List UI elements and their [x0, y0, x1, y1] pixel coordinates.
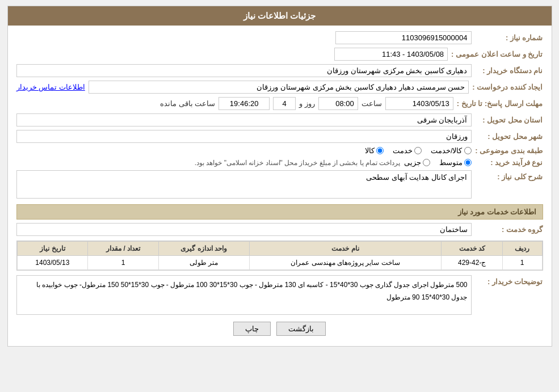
- purchase-type-jazyi-item[interactable]: جزیی: [404, 158, 430, 167]
- announce-row: تاریخ و ساعت اعلان عمومی : 1403/05/08 - …: [16, 48, 543, 61]
- category-row: طبقه بندی موضوعی : کالا خدمت کالا/خدمت: [16, 146, 543, 155]
- city-label: شهر محل تحویل :: [475, 132, 543, 141]
- province-row: استان محل تحویل : آذربایجان شرقی: [16, 113, 543, 127]
- creator-label: ایجاد کننده درخواست :: [472, 83, 543, 91]
- category-kala-item[interactable]: کالا: [365, 146, 384, 155]
- deadline-days: 4: [273, 97, 296, 110]
- service-group-value: ساختمان: [16, 223, 472, 236]
- buyer-org-row: نام دستگاه خریدار : دهیاری کاسبن بخش مرک…: [16, 64, 543, 77]
- city-value: ورزقان: [16, 130, 472, 143]
- services-table-container: ردیف کد خدمت نام خدمت واحد اندازه گیری ت…: [16, 241, 543, 271]
- print-button[interactable]: چاپ: [233, 322, 271, 336]
- purchase-type-motavasset-radio[interactable]: [464, 159, 472, 166]
- cell-row: 1: [502, 256, 542, 270]
- purchase-type-jazyi-radio[interactable]: [423, 159, 430, 166]
- purchase-type-radio-group: جزیی متوسط: [404, 158, 472, 167]
- category-kala-label: کالا: [365, 146, 375, 155]
- main-container: جزئیات اطلاعات نیاز شماره نیاز : 1103096…: [7, 6, 552, 347]
- province-label: استان محل تحویل :: [475, 116, 543, 124]
- contact-link[interactable]: اطلاعات تماس خریدار: [16, 83, 85, 91]
- category-kala-khadamat-radio[interactable]: [464, 147, 472, 154]
- city-row: شهر محل تحویل : ورزقان: [16, 130, 543, 143]
- creator-value: حسن سرمستی دهیار دهیاری کاسبن بخش مرکزی …: [89, 81, 469, 94]
- button-row: بازگشت چاپ: [16, 322, 543, 336]
- back-button[interactable]: بازگشت: [276, 322, 326, 336]
- purchase-type-label: نوع فرآیند خرید :: [475, 158, 543, 167]
- cell-code: ج-42-429: [442, 256, 502, 270]
- category-radio-group: کالا خدمت کالا/خدمت: [365, 146, 472, 155]
- deadline-date: 1403/05/13: [385, 97, 453, 110]
- cell-unit: متر طولی: [158, 256, 249, 270]
- services-table: ردیف کد خدمت نام خدمت واحد اندازه گیری ت…: [17, 241, 543, 270]
- deadline-time: 08:00: [318, 97, 358, 110]
- buyer-desc-value: 500 مترطول اجرای جدول گذاری جوب 30*40*15…: [16, 275, 472, 315]
- cell-name: ساخت سایر پروژه‌های مهندسی عمران: [249, 256, 442, 270]
- buyer-desc-row: توضیحات خریدار : 500 مترطول اجرای جدول گ…: [16, 275, 543, 315]
- table-row: 1 ج-42-429 ساخت سایر پروژه‌های مهندسی عم…: [17, 256, 542, 270]
- deadline-label: مهلت ارسال پاسخ: تا تاریخ :: [457, 99, 543, 108]
- page-header: جزئیات اطلاعات نیاز: [8, 6, 552, 26]
- service-group-label: گروه خدمت :: [475, 225, 543, 234]
- content-area: شماره نیاز : 1103096915000004 تاریخ و سا…: [8, 26, 552, 346]
- category-kala-khadamat-item[interactable]: کالا/خدمت: [431, 146, 472, 155]
- col-header-unit: واحد اندازه گیری: [158, 242, 249, 256]
- purchase-type-motavasset-item[interactable]: متوسط: [439, 158, 472, 167]
- category-label: طبقه بندی موضوعی :: [475, 146, 543, 155]
- table-header-row: ردیف کد خدمت نام خدمت واحد اندازه گیری ت…: [17, 242, 542, 256]
- cell-qty: 1: [88, 256, 159, 270]
- cell-date: 1403/05/13: [17, 256, 88, 270]
- col-header-code: کد خدمت: [442, 242, 502, 256]
- purchase-type-motavasset-label: متوسط: [439, 158, 463, 167]
- services-section-header: اطلاعات خدمات مورد نیاز: [16, 204, 543, 220]
- deadline-row: مهلت ارسال پاسخ: تا تاریخ : 1403/05/13 س…: [16, 97, 543, 110]
- creator-row: ایجاد کننده درخواست : حسن سرمستی دهیار د…: [16, 81, 543, 94]
- request-number-value: 1103096915000004: [335, 31, 472, 44]
- service-group-row: گروه خدمت : ساختمان: [16, 223, 543, 236]
- buyer-desc-label: توضیحات خریدار :: [475, 277, 543, 286]
- buyer-org-value: دهیاری کاسبن بخش مرکزی شهرستان ورزقان: [16, 64, 472, 77]
- request-number-row: شماره نیاز : 1103096915000004: [16, 31, 543, 44]
- announce-label: تاریخ و ساعت اعلان عمومی :: [451, 50, 543, 58]
- category-kala-khadamat-label: کالا/خدمت: [431, 146, 463, 155]
- purchase-type-jazyi-label: جزیی: [404, 158, 421, 167]
- category-khadamat-radio[interactable]: [414, 147, 422, 154]
- category-khadamat-item[interactable]: خدمت: [393, 146, 422, 155]
- purchase-type-row: نوع فرآیند خرید : جزیی متوسط پرداخت تمام…: [16, 158, 543, 167]
- deadline-time-label: ساعت: [362, 99, 382, 108]
- col-header-row: ردیف: [502, 242, 542, 256]
- purchase-type-note: پرداخت تمام یا بخشی از مبلغ خریداز محل "…: [195, 159, 401, 167]
- deadline-day-label: روز و: [299, 99, 315, 108]
- category-khadamat-label: خدمت: [393, 146, 413, 155]
- col-header-name: نام خدمت: [249, 242, 442, 256]
- announce-value: 1403/05/08 - 11:43: [334, 48, 448, 61]
- description-row: شرح کلی نیاز : اجرای کانال هدایت آبهای س…: [16, 170, 543, 199]
- description-label: شرح کلی نیاز :: [475, 172, 543, 181]
- buyer-org-label: نام دستگاه خریدار :: [475, 66, 543, 75]
- col-header-qty: تعداد / مقدار: [88, 242, 159, 256]
- col-header-date: تاریخ نیاز: [17, 242, 88, 256]
- deadline-remaining-label: ساعت باقی مانده: [160, 99, 215, 108]
- province-value: آذربایجان شرقی: [16, 113, 472, 127]
- deadline-remaining: 19:46:20: [218, 97, 270, 110]
- page-title: جزئیات اطلاعات نیاز: [243, 11, 316, 20]
- description-value: اجرای کانال هدایت آبهای سطحی: [16, 170, 472, 199]
- request-number-label: شماره نیاز :: [475, 33, 543, 42]
- category-kala-radio[interactable]: [376, 147, 384, 154]
